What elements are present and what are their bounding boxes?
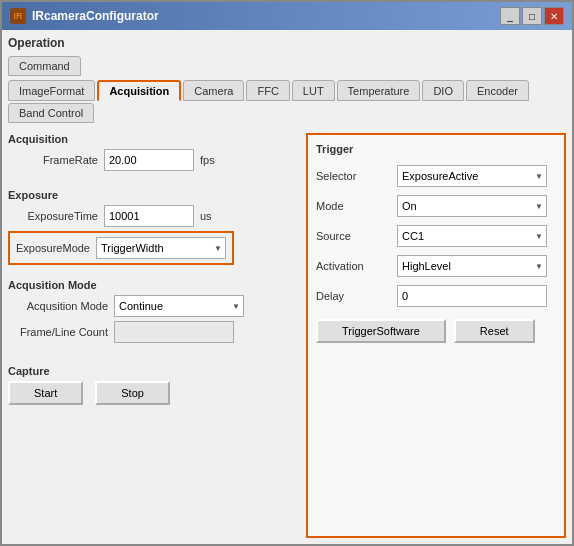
trigger-source-wrapper: CC1 CC2 Software bbox=[397, 225, 547, 247]
tab-imageformat[interactable]: ImageFormat bbox=[8, 80, 95, 101]
maximize-button[interactable]: □ bbox=[522, 7, 542, 25]
framecount-input[interactable] bbox=[114, 321, 234, 343]
capture-section-label: Capture bbox=[8, 365, 298, 377]
content-area: Operation Command ImageFormat Acquisitio… bbox=[2, 30, 572, 544]
trigger-source-select[interactable]: CC1 CC2 Software bbox=[397, 225, 547, 247]
exposuretime-label: ExposureTime bbox=[8, 210, 98, 222]
title-bar: IR IRcameraConfigurator _ □ ✕ bbox=[2, 2, 572, 30]
trigger-action-buttons: TriggerSoftware Reset bbox=[316, 319, 556, 343]
exposuremode-select[interactable]: TriggerWidth Timed TriggerControlled bbox=[96, 237, 226, 259]
minimize-button[interactable]: _ bbox=[500, 7, 520, 25]
acqmode-select-wrapper: Continue SingleFrame MultiFrame bbox=[114, 295, 244, 317]
framerate-unit: fps bbox=[200, 154, 215, 166]
trigger-source-row: Source CC1 CC2 Software bbox=[316, 225, 556, 247]
trigger-delay-label: Delay bbox=[316, 290, 391, 302]
trigger-delay-row: Delay bbox=[316, 285, 556, 307]
trigger-mode-wrapper: On Off bbox=[397, 195, 547, 217]
window-title: IRcameraConfigurator bbox=[32, 9, 159, 23]
framerate-input[interactable] bbox=[104, 149, 194, 171]
trigger-source-label: Source bbox=[316, 230, 391, 242]
framerate-row: FrameRate fps bbox=[8, 149, 298, 171]
reset-button[interactable]: Reset bbox=[454, 319, 535, 343]
trigger-mode-label: Mode bbox=[316, 200, 391, 212]
title-bar-left: IR IRcameraConfigurator bbox=[10, 8, 159, 24]
operation-label: Operation bbox=[8, 36, 566, 50]
trigger-section-label: Trigger bbox=[316, 143, 556, 155]
tabs-row1: Command bbox=[8, 56, 566, 76]
exposure-section-label: Exposure bbox=[8, 189, 298, 201]
stop-button[interactable]: Stop bbox=[95, 381, 170, 405]
main-area: Acquisition FrameRate fps Exposure Expos… bbox=[8, 133, 566, 538]
exposuretime-input[interactable] bbox=[104, 205, 194, 227]
exposuremode-container: ExposureMode TriggerWidth Timed TriggerC… bbox=[8, 231, 234, 265]
capture-buttons: Start Stop bbox=[8, 381, 298, 405]
tabs-row2: ImageFormat Acquisition Camera FFC LUT T… bbox=[8, 80, 566, 123]
exposuremode-select-wrapper: TriggerWidth Timed TriggerControlled bbox=[96, 237, 226, 259]
tab-ffc[interactable]: FFC bbox=[246, 80, 289, 101]
exposure-section: Exposure ExposureTime us ExposureMode Tr… bbox=[8, 189, 298, 265]
tab-command[interactable]: Command bbox=[8, 56, 81, 76]
trigger-activation-label: Activation bbox=[316, 260, 391, 272]
left-panel: Acquisition FrameRate fps Exposure Expos… bbox=[8, 133, 298, 538]
exposuretime-row: ExposureTime us bbox=[8, 205, 298, 227]
close-button[interactable]: ✕ bbox=[544, 7, 564, 25]
acqmode-section: Acqusition Mode Acqusition Mode Continue… bbox=[8, 279, 298, 347]
tab-bandcontrol[interactable]: Band Control bbox=[8, 103, 94, 123]
tab-dio[interactable]: DIO bbox=[422, 80, 464, 101]
trigger-activation-row: Activation HighLevel LowLevel RisingEdge… bbox=[316, 255, 556, 277]
acqmode-row: Acqusition Mode Continue SingleFrame Mul… bbox=[8, 295, 298, 317]
trigger-panel: Trigger Selector ExposureActive FrameSta… bbox=[306, 133, 566, 538]
trigger-selector-select[interactable]: ExposureActive FrameStart LineStart bbox=[397, 165, 547, 187]
exposuremode-label: ExposureMode bbox=[16, 242, 90, 254]
framerate-label: FrameRate bbox=[8, 154, 98, 166]
trigger-selector-label: Selector bbox=[316, 170, 391, 182]
triggersoftware-button[interactable]: TriggerSoftware bbox=[316, 319, 446, 343]
start-button[interactable]: Start bbox=[8, 381, 83, 405]
window-controls: _ □ ✕ bbox=[500, 7, 564, 25]
capture-section: Capture Start Stop bbox=[8, 365, 298, 405]
tab-temperature[interactable]: Temperature bbox=[337, 80, 421, 101]
trigger-mode-row: Mode On Off bbox=[316, 195, 556, 217]
acquisition-section: Acquisition FrameRate fps bbox=[8, 133, 298, 175]
trigger-selector-wrapper: ExposureActive FrameStart LineStart bbox=[397, 165, 547, 187]
tab-encoder[interactable]: Encoder bbox=[466, 80, 529, 101]
acqmode-select[interactable]: Continue SingleFrame MultiFrame bbox=[114, 295, 244, 317]
exposuretime-unit: us bbox=[200, 210, 212, 222]
framecount-label: Frame/Line Count bbox=[8, 326, 108, 338]
trigger-activation-select[interactable]: HighLevel LowLevel RisingEdge FallingEdg… bbox=[397, 255, 547, 277]
tab-acquisition[interactable]: Acquisition bbox=[97, 80, 181, 101]
framecount-row: Frame/Line Count bbox=[8, 321, 298, 343]
acqmode-label: Acqusition Mode bbox=[8, 300, 108, 312]
tab-camera[interactable]: Camera bbox=[183, 80, 244, 101]
trigger-delay-input[interactable] bbox=[397, 285, 547, 307]
acquisition-section-label: Acquisition bbox=[8, 133, 298, 145]
tab-lut[interactable]: LUT bbox=[292, 80, 335, 101]
acqmode-section-label: Acqusition Mode bbox=[8, 279, 298, 291]
trigger-selector-row: Selector ExposureActive FrameStart LineS… bbox=[316, 165, 556, 187]
trigger-activation-wrapper: HighLevel LowLevel RisingEdge FallingEdg… bbox=[397, 255, 547, 277]
main-window: IR IRcameraConfigurator _ □ ✕ Operation … bbox=[0, 0, 574, 546]
app-icon: IR bbox=[10, 8, 26, 24]
trigger-mode-select[interactable]: On Off bbox=[397, 195, 547, 217]
